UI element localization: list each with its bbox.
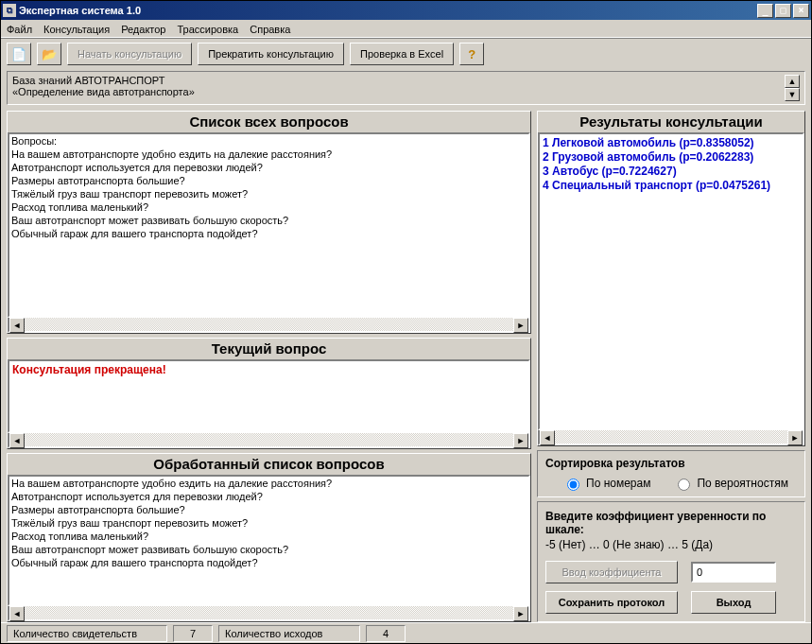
list-item: Ваш автотранспорт может развивать большу… [11, 544, 288, 555]
list-item: Расход топлива маленький? [11, 531, 148, 542]
statusbar: Количество свидетельств 7 Количество исх… [1, 622, 811, 643]
sort-by-number-radio[interactable] [567, 479, 579, 491]
menu-editor[interactable]: Редактор [121, 24, 165, 35]
exit-button[interactable]: Выход [691, 591, 776, 614]
stop-consult-button[interactable]: Прекратить консультацию [198, 43, 344, 65]
kb-name: База знаний АВТОТРАНСПОРТ [12, 75, 195, 86]
questions-list[interactable]: Вопросы: На вашем автотранспорте удобно … [9, 134, 528, 240]
scroll-left-icon[interactable]: ◄ [540, 430, 555, 445]
enter-coef-button[interactable]: Ввод коэффициента [545, 561, 678, 583]
app-icon: ⧉ [3, 4, 16, 17]
save-protocol-button[interactable]: Сохранить протокол [545, 591, 678, 614]
titlebar: ⧉ Экспертная система 1.0 _ □ × [1, 1, 811, 20]
scroll-right-icon[interactable]: ► [513, 606, 528, 621]
list-item: Размеры автотранспорта большие? [11, 504, 185, 515]
scroll-right-icon[interactable]: ► [787, 430, 803, 445]
questions-hscroll[interactable]: ◄ ► [8, 318, 530, 333]
results-list[interactable]: 1 Легковой автомобиль (p=0.8358052) 2 Гр… [540, 136, 803, 193]
main-window: ⧉ Экспертная система 1.0 _ □ × Файл Конс… [0, 0, 812, 644]
new-icon[interactable]: 📄 [7, 43, 31, 65]
evidence-label: Количество свидетельств [7, 625, 167, 642]
result-item[interactable]: 3 Автобус (p=0.7224627) [540, 165, 803, 179]
list-item: На вашем автотранспорте удобно ездить на… [11, 148, 332, 160]
help-icon[interactable]: ? [459, 43, 484, 65]
result-item[interactable]: 2 Грузовой автомобиль (p=0.2062283) [540, 150, 803, 165]
result-item[interactable]: 4 Специальный транспорт (p=0.0475261) [540, 179, 803, 193]
maximize-button[interactable]: □ [775, 4, 791, 18]
scroll-right-icon[interactable]: ► [513, 318, 528, 333]
list-item: Тяжёлый груз ваш транспорт перевозить мо… [11, 188, 248, 200]
kb-description: «Определение вида автотранспорта» [12, 86, 195, 97]
window-title: Экспертная система 1.0 [19, 5, 757, 16]
list-item: Автотранспорт используется для перевозки… [11, 162, 263, 173]
open-icon[interactable]: 📂 [37, 43, 61, 65]
result-item[interactable]: 1 Легковой автомобиль (p=0.8358052) [540, 136, 803, 150]
list-item: Ваш автотранспорт может развивать большу… [11, 215, 288, 226]
processed-panel: Обработанный список вопросов На вашем ав… [7, 453, 531, 622]
minimize-button[interactable]: _ [757, 4, 773, 18]
sort-panel: Сортировка результатов По номерам По вер… [537, 450, 805, 497]
scroll-left-icon[interactable]: ◄ [9, 433, 25, 448]
scroll-right-icon[interactable]: ► [513, 433, 528, 448]
toolbar: 📄 📂 Начать консультацию Прекратить консу… [1, 39, 811, 69]
close-button[interactable]: × [793, 4, 809, 18]
coef-scale: -5 (Нет) … 0 (Не знаю) … 5 (Да) [545, 538, 797, 551]
results-panel: Результаты консультации 1 Легковой автом… [537, 111, 805, 446]
sort-by-prob-radio[interactable] [678, 479, 690, 491]
menu-file[interactable]: Файл [7, 24, 32, 35]
questions-panel: Список всех вопросов Вопросы: На вашем а… [7, 111, 531, 334]
results-hscroll[interactable]: ◄ ► [538, 430, 804, 445]
kb-info-panel: База знаний АВТОТРАНСПОРТ «Определение в… [7, 71, 805, 105]
results-title: Результаты консультации [538, 112, 804, 132]
menu-trace[interactable]: Трассировка [178, 24, 239, 35]
list-item: Автотранспорт используется для перевозки… [11, 491, 263, 502]
current-hscroll[interactable]: ◄ ► [8, 433, 530, 448]
sort-by-prob[interactable]: По вероятностям [673, 476, 787, 491]
current-title: Текущий вопрос [8, 339, 530, 359]
menu-help[interactable]: Справка [250, 24, 290, 35]
main-area: Список всех вопросов Вопросы: На вашем а… [1, 111, 811, 622]
outcome-value: 4 [366, 625, 406, 642]
menu-consult[interactable]: Консультация [43, 24, 110, 35]
coef-input[interactable] [691, 562, 776, 583]
sort-by-number[interactable]: По номерам [562, 476, 650, 491]
check-excel-button[interactable]: Проверка в Excel [350, 43, 454, 65]
current-panel: Текущий вопрос Консультация прекращена! … [7, 338, 531, 449]
coef-prompt: Введите коэффициент уверенности по шкале… [545, 510, 797, 536]
start-consult-button[interactable]: Начать консультацию [67, 43, 192, 65]
list-item: Размеры автотранспорта большие? [11, 175, 185, 186]
menubar: Файл Консультация Редактор Трассировка С… [1, 20, 811, 39]
scroll-left-icon[interactable]: ◄ [9, 606, 25, 621]
processed-list[interactable]: На вашем автотранспорте удобно ездить на… [9, 477, 528, 569]
coef-panel: Введите коэффициент уверенности по шкале… [537, 501, 805, 622]
scroll-left-icon[interactable]: ◄ [9, 318, 25, 333]
processed-title: Обработанный список вопросов [8, 454, 530, 475]
list-item: На вашем автотранспорте удобно ездить на… [11, 478, 332, 489]
current-message: Консультация прекращена! [9, 361, 528, 378]
outcome-label: Количество исходов [218, 625, 360, 642]
sort-title: Сортировка результатов [545, 457, 797, 470]
list-item: Расход топлива маленький? [11, 201, 148, 213]
list-item: Обычный гараж для вашего транспорта подо… [11, 557, 258, 568]
evidence-value: 7 [173, 625, 213, 642]
list-item: Обычный гараж для вашего транспорта подо… [11, 228, 258, 239]
info-scroll-down[interactable]: ▼ [785, 88, 800, 101]
info-scroll-up[interactable]: ▲ [785, 75, 800, 88]
processed-hscroll[interactable]: ◄ ► [8, 606, 530, 621]
questions-title: Список всех вопросов [8, 112, 530, 132]
list-item: Тяжёлый груз ваш транспорт перевозить мо… [11, 517, 248, 529]
